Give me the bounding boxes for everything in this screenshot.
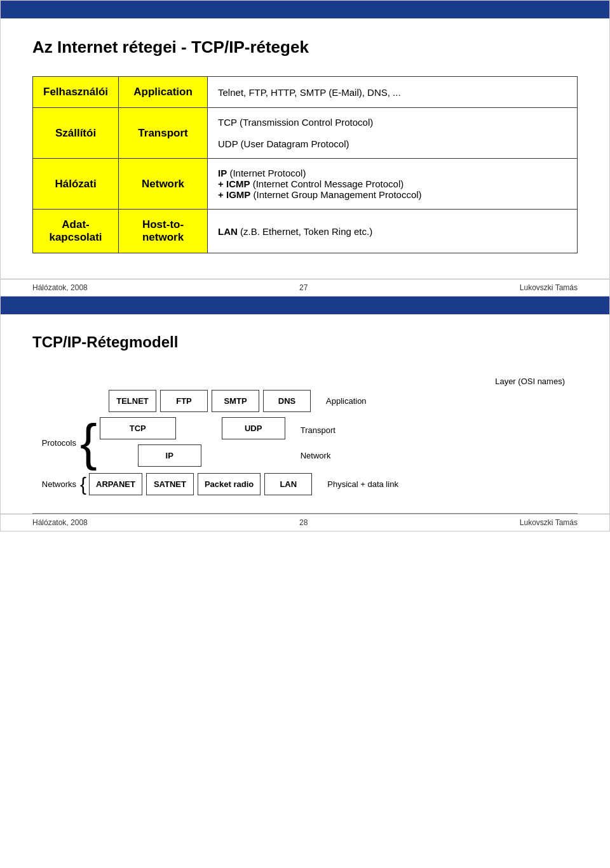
table-row-application: Felhasználói Application Telnet, FTP, HT… (33, 77, 578, 108)
cell-network: Network (119, 159, 208, 210)
physical-boxes: ARPANET SATNET Packet radio LAN (89, 473, 312, 495)
layers-table: Felhasználói Application Telnet, FTP, HT… (32, 76, 578, 253)
footer-right: Lukovszki Tamás (520, 283, 578, 292)
networks-brace: { (80, 475, 86, 494)
diagram-row-networks: Networks { ARPANET SATNET Packet radio L… (32, 473, 578, 495)
cell-szallitoi: Szállítói (33, 108, 119, 159)
network-right-label: Network (301, 451, 336, 460)
cell-network-protocols: IP (Internet Protocol) + ICMP (Internet … (208, 159, 578, 210)
protocols-inner: TCP UDP IP (100, 417, 285, 468)
slide-2-title: TCP/IP-Rétegmodell (32, 333, 578, 351)
cell-host-to-network: Host-to-network (119, 210, 208, 253)
box-dns: DNS (263, 390, 311, 412)
cell-felhasznaloi: Felhasználói (33, 77, 119, 108)
slide-2-footer: Hálózatok, 2008 28 Lukovszki Tamás (1, 514, 609, 531)
protocols-brace: { (80, 417, 97, 468)
box-telnet: TELNET (109, 390, 156, 412)
box-udp: UDP (222, 417, 285, 439)
slide-1-header-bar (1, 1, 609, 18)
box-smtp: SMTP (212, 390, 259, 412)
box-satnet: SATNET (146, 473, 194, 495)
osi-label: Layer (OSI names) (495, 377, 565, 386)
table-row-transport: Szállítói Transport TCP (Transmission Co… (33, 108, 578, 159)
box-arpanet: ARPANET (89, 473, 142, 495)
cell-halozati: Hálózati (33, 159, 119, 210)
app-right-label: Application (326, 396, 383, 406)
slide-1: Az Internet rétegei - TCP/IP-rétegek Fel… (0, 0, 610, 297)
network-boxes: IP (100, 444, 285, 467)
footer-page: 27 (299, 283, 308, 292)
slide-1-title: Az Internet rétegei - TCP/IP-rétegek (32, 37, 578, 57)
cell-adatkapcsolati: Adat-kapcsolati (33, 210, 119, 253)
transport-right-label: Transport (301, 425, 336, 435)
box-ip: IP (138, 444, 201, 467)
cell-transport-protocols: TCP (Transmission Control Protocol) UDP … (208, 108, 578, 159)
diagram-row-application: TELNET FTP SMTP DNS Application (32, 390, 578, 412)
osi-label-row: Layer (OSI names) (134, 377, 578, 386)
table-row-network: Hálózati Network IP (Internet Protocol) … (33, 159, 578, 210)
networks-label: Networks (32, 479, 80, 489)
box-ftp: FTP (160, 390, 208, 412)
cell-app-protocols: Telnet, FTP, HTTP, SMTP (E-Mail), DNS, .… (208, 77, 578, 108)
protocols-label: Protocols (32, 438, 80, 448)
cell-application: Application (119, 77, 208, 108)
slide-1-content: Az Internet rétegei - TCP/IP-rétegek Fel… (1, 18, 609, 279)
slide-2-header-bar (1, 297, 609, 314)
box-packet-radio: Packet radio (198, 473, 261, 495)
slide-2-content: TCP/IP-Rétegmodell Layer (OSI names) TEL… (1, 314, 609, 513)
tcpip-diagram: Layer (OSI names) TELNET FTP SMTP DNS Ap… (32, 377, 578, 500)
table-row-datalink: Adat-kapcsolati Host-to-network LAN (z.B… (33, 210, 578, 253)
transport-boxes: TCP UDP (100, 417, 285, 439)
box-tcp: TCP (100, 417, 176, 439)
footer2-page: 28 (299, 518, 308, 527)
cell-lan-protocols: LAN (z.B. Ethernet, Token Ring etc.) (208, 210, 578, 253)
protocols-group: Protocols { TCP UDP IP (32, 417, 578, 468)
footer-left: Hálózatok, 2008 (32, 283, 88, 292)
cell-transport: Transport (119, 108, 208, 159)
physical-right-label: Physical + data link (327, 479, 398, 489)
footer2-right: Lukovszki Tamás (520, 518, 578, 527)
box-lan: LAN (264, 473, 312, 495)
app-boxes: TELNET FTP SMTP DNS (109, 390, 311, 412)
slide-1-footer: Hálózatok, 2008 27 Lukovszki Tamás (1, 279, 609, 296)
footer2-left: Hálózatok, 2008 (32, 518, 88, 527)
slide-2: TCP/IP-Rétegmodell Layer (OSI names) TEL… (0, 297, 610, 531)
